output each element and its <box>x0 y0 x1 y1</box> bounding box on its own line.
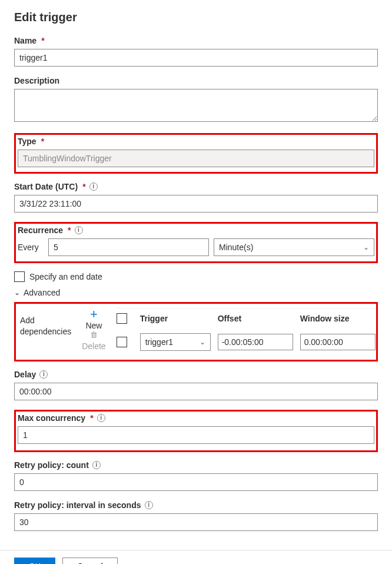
type-input: TumblingWindowTrigger <box>18 150 374 167</box>
recurrence-every-input[interactable] <box>48 238 209 256</box>
start-date-label: Start Date (UTC) <box>14 182 78 191</box>
ok-button[interactable]: OK <box>14 558 55 564</box>
col-trigger-label: Trigger <box>140 314 211 323</box>
name-field: Name * <box>14 36 378 67</box>
recurrence-unit-value: Minute(s) <box>219 243 253 252</box>
chevron-down-icon: ⌄ <box>14 288 20 297</box>
recurrence-unit-select[interactable]: Minute(s) ⌄ <box>214 238 374 256</box>
type-highlight: Type * TumblingWindowTrigger <box>14 133 378 174</box>
dep-trigger-select[interactable]: trigger1 ⌄ <box>140 333 211 351</box>
page-title: Edit trigger <box>14 11 378 24</box>
advanced-toggle[interactable]: ⌄ Advanced <box>14 288 378 297</box>
description-label: Description <box>14 76 59 85</box>
max-concurrency-highlight: Max concurrency * i <box>14 410 378 452</box>
required-icon: * <box>41 36 44 45</box>
start-date-field: Start Date (UTC) * i <box>14 182 378 213</box>
info-icon[interactable]: i <box>89 183 98 191</box>
dep-offset-input[interactable] <box>218 334 293 350</box>
recurrence-label: Recurrence <box>18 225 63 235</box>
max-concurrency-field: Max concurrency * i <box>18 413 374 444</box>
cancel-button[interactable]: Cancel <box>62 558 118 564</box>
retry-interval-field: Retry policy: interval in seconds i <box>14 500 378 531</box>
recurrence-field: Recurrence * i Every Minute(s) ⌄ <box>18 225 374 256</box>
info-icon[interactable]: i <box>75 226 83 234</box>
dependencies-highlight: Add dependencies + New 🗑 Delete Trigger … <box>14 302 378 361</box>
type-field: Type * TumblingWindowTrigger <box>18 137 374 167</box>
delay-field: Delay i <box>14 370 378 400</box>
every-label: Every <box>18 243 44 252</box>
add-dependencies-label: Add dependencies <box>20 308 71 352</box>
chevron-down-icon: ⌄ <box>200 338 205 346</box>
type-label: Type <box>18 137 36 146</box>
col-offset-label: Offset <box>218 314 293 323</box>
dep-window-input[interactable] <box>300 334 376 350</box>
table-row: trigger1 ⌄ <box>117 332 376 352</box>
retry-count-label: Retry policy: count <box>14 460 89 470</box>
max-concurrency-label: Max concurrency <box>18 413 85 423</box>
info-icon[interactable]: i <box>97 414 105 422</box>
delay-label: Delay <box>14 370 36 379</box>
max-concurrency-input[interactable] <box>18 426 374 444</box>
new-dependency-button[interactable]: New <box>85 321 102 330</box>
row-checkbox[interactable] <box>117 337 127 347</box>
delay-input[interactable] <box>14 383 378 400</box>
required-icon: * <box>90 413 93 423</box>
dep-trigger-value: trigger1 <box>145 337 173 347</box>
info-icon[interactable]: i <box>39 370 48 379</box>
retry-count-field: Retry policy: count i <box>14 460 378 491</box>
edit-trigger-panel: Edit trigger Name * Description Type * T… <box>0 0 392 550</box>
info-icon[interactable]: i <box>145 501 153 509</box>
name-input[interactable] <box>14 49 378 67</box>
info-icon[interactable]: i <box>92 461 101 469</box>
select-all-checkbox[interactable] <box>117 313 127 324</box>
retry-count-input[interactable] <box>14 473 378 491</box>
chevron-down-icon: ⌄ <box>363 243 369 251</box>
description-input[interactable] <box>14 89 378 122</box>
name-label: Name <box>14 36 36 45</box>
dependencies-table: Trigger Offset Window size trigger1 ⌄ <box>117 308 376 352</box>
specify-end-checkbox[interactable]: Specify an end date <box>14 271 378 282</box>
trash-icon: 🗑 <box>90 330 98 339</box>
delete-dependency-button[interactable]: Delete <box>82 341 105 351</box>
description-field: Description <box>14 76 378 124</box>
col-window-label: Window size <box>300 314 376 323</box>
retry-interval-input[interactable] <box>14 513 378 531</box>
retry-interval-label: Retry policy: interval in seconds <box>14 500 141 510</box>
start-date-input[interactable] <box>14 195 378 213</box>
recurrence-highlight: Recurrence * i Every Minute(s) ⌄ <box>14 222 378 263</box>
plus-icon: + <box>90 308 98 321</box>
checkbox-icon <box>14 271 25 282</box>
footer: OK Cancel <box>0 550 392 564</box>
required-icon: * <box>68 225 71 235</box>
specify-end-label: Specify an end date <box>29 272 102 281</box>
dependencies-section: Add dependencies + New 🗑 Delete Trigger … <box>18 306 374 358</box>
required-icon: * <box>82 182 85 191</box>
required-icon: * <box>41 137 44 146</box>
advanced-label: Advanced <box>24 288 60 297</box>
